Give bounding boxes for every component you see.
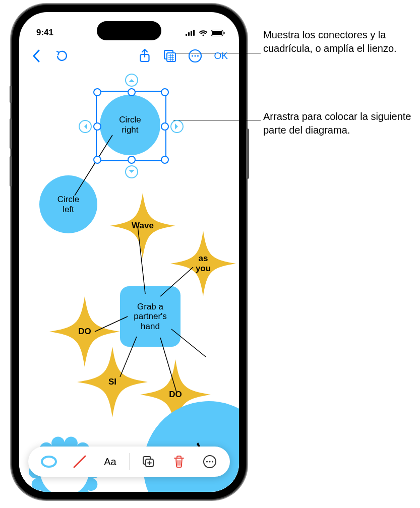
svg-point-43 <box>209 461 210 462</box>
svg-rect-6 <box>224 32 225 34</box>
node-label: SI <box>108 377 116 387</box>
stroke-style-button[interactable] <box>68 450 92 474</box>
delete-button[interactable] <box>167 450 191 474</box>
svg-point-13 <box>197 55 198 56</box>
more-actions-button[interactable] <box>198 450 222 474</box>
callout-mid: Arrastra para colocar la siguiente parte… <box>263 110 419 137</box>
resize-handle-w[interactable] <box>93 122 101 131</box>
silence-switch <box>10 86 12 103</box>
svg-point-44 <box>211 461 213 462</box>
top-toolbar: OK <box>19 42 239 70</box>
svg-rect-5 <box>212 31 222 35</box>
share-button[interactable] <box>135 46 155 66</box>
connector-arrow-left[interactable] <box>79 120 92 133</box>
svg-line-18 <box>120 337 137 377</box>
svg-line-17 <box>95 316 128 332</box>
more-button[interactable] <box>185 46 205 66</box>
svg-point-37 <box>42 457 56 467</box>
status-right <box>186 30 225 36</box>
connector-arrow-up[interactable] <box>125 74 138 87</box>
diagram-canvas[interactable]: Circle right Circle left <box>19 70 239 492</box>
text-style-button[interactable]: Aa <box>98 450 123 474</box>
svg-point-12 <box>194 55 196 56</box>
node-label: as you <box>196 253 211 273</box>
volume-down-button <box>10 156 12 186</box>
cellular-icon <box>186 30 196 36</box>
svg-rect-2 <box>191 31 192 36</box>
ok-button[interactable]: OK <box>210 50 232 61</box>
svg-line-38 <box>74 456 85 467</box>
svg-rect-0 <box>186 34 187 36</box>
node-label: DO <box>78 327 91 337</box>
layout-options-button[interactable] <box>160 46 180 66</box>
wifi-icon <box>199 30 208 36</box>
resize-handle-ne[interactable] <box>161 88 169 96</box>
node-label: DO <box>169 390 182 400</box>
screen: 9:41 OK <box>19 12 239 492</box>
svg-line-15 <box>138 226 145 294</box>
svg-line-19 <box>160 338 176 392</box>
svg-rect-1 <box>188 32 190 36</box>
duplicate-button[interactable] <box>136 450 160 474</box>
resize-handle-e[interactable] <box>161 122 169 131</box>
phone-frame: 9:41 OK <box>12 5 246 499</box>
svg-line-20 <box>171 329 206 357</box>
svg-point-11 <box>191 55 193 56</box>
connector-arrow-right[interactable] <box>170 120 184 133</box>
node-label: Wave <box>132 221 154 231</box>
callout-top: Muestra los conectores y la cuadrícula, … <box>263 28 419 55</box>
clock: 9:41 <box>36 28 53 38</box>
resize-handle-nw[interactable] <box>93 88 101 96</box>
fill-color-button[interactable] <box>37 450 61 474</box>
volume-up-button <box>10 118 12 149</box>
connector-arrow-down[interactable] <box>125 165 138 178</box>
separator <box>129 453 130 470</box>
resize-handle-n[interactable] <box>128 88 136 96</box>
selection-box[interactable] <box>96 91 166 161</box>
undo-button[interactable] <box>51 46 72 66</box>
shape-toolbar: Aa <box>28 447 230 477</box>
battery-icon <box>211 30 225 36</box>
svg-rect-3 <box>193 30 195 36</box>
power-button <box>246 129 249 179</box>
resize-handle-se[interactable] <box>161 156 169 164</box>
svg-line-16 <box>160 267 193 296</box>
resize-handle-s[interactable] <box>128 156 136 164</box>
dynamic-island <box>97 21 161 40</box>
svg-point-42 <box>206 461 207 462</box>
resize-handle-sw[interactable] <box>93 156 101 164</box>
back-button[interactable] <box>26 46 46 66</box>
